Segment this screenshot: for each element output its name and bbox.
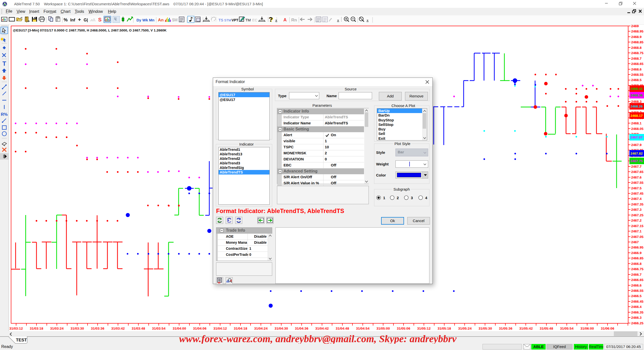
svg-text:31/04:12: 31/04:12 — [213, 327, 227, 330]
svg-text:31/05:54: 31/05:54 — [560, 327, 574, 330]
svg-text:2468.1: 2468.1 — [631, 121, 642, 125]
svg-text:31/05:36: 31/05:36 — [499, 327, 512, 330]
svg-text:31/03:12: 31/03:12 — [9, 327, 23, 330]
svg-text:$M: $M — [172, 18, 178, 22]
svg-text:TEST: TEST — [16, 338, 27, 342]
svg-text:31/03:48: 31/03:48 — [132, 327, 145, 330]
svg-text:2468.85: 2468.85 — [631, 40, 643, 44]
svg-text:2467: 2467 — [631, 240, 639, 244]
svg-text:31/05:06: 31/05:06 — [397, 327, 410, 330]
svg-text:2467.15: 2467.15 — [631, 224, 643, 228]
svg-text:EC: EC — [252, 18, 258, 22]
svg-text:31/04:00: 31/04:00 — [173, 327, 186, 330]
svg-text:31/03:18: 31/03:18 — [30, 327, 43, 330]
svg-text:An: An — [158, 18, 164, 22]
svg-text:S: S — [98, 17, 101, 22]
svg-text:2468.3: 2468.3 — [631, 100, 642, 103]
svg-text:Inf: Inf — [70, 18, 75, 22]
svg-text:2468.95: 2468.95 — [631, 29, 643, 33]
svg-text:STM: STM — [224, 18, 231, 22]
svg-text:2467.25: 2467.25 — [631, 213, 643, 217]
svg-text:2466.45: 2466.45 — [631, 300, 643, 303]
svg-text:2467.9: 2467.9 — [631, 143, 641, 147]
svg-text:2466.6: 2466.6 — [631, 284, 642, 287]
svg-text:2468.36: 2468.36 — [630, 93, 643, 97]
svg-text:2468.8: 2468.8 — [631, 46, 642, 50]
svg-text:Rn: Rn — [291, 18, 297, 22]
svg-text:31/06:00: 31/06:00 — [580, 327, 594, 330]
svg-text:2468.9: 2468.9 — [631, 35, 641, 39]
svg-text:2468.17: 2468.17 — [630, 114, 643, 118]
svg-text:2466.35: 2466.35 — [631, 310, 643, 314]
svg-text:T: T — [3, 60, 6, 67]
svg-text:2467.65: 2467.65 — [631, 170, 643, 174]
svg-text:TS: TS — [218, 18, 223, 22]
svg-text:31/05:12: 31/05:12 — [417, 327, 430, 330]
svg-text:2466.25: 2466.25 — [631, 321, 643, 325]
svg-text:31/03:36: 31/03:36 — [91, 327, 104, 330]
svg-text:31/05:48: 31/05:48 — [540, 327, 553, 330]
svg-text:2467.55: 2467.55 — [631, 181, 643, 185]
svg-text:2468.65: 2468.65 — [631, 62, 643, 66]
svg-text:+: + — [78, 17, 81, 22]
svg-text:31/03:42: 31/03:42 — [111, 327, 125, 330]
svg-text:2466.75: 2466.75 — [631, 267, 643, 271]
svg-text:2467.75: 2467.75 — [630, 159, 643, 163]
svg-text:Mn: Mn — [149, 18, 154, 22]
svg-text:2468.5: 2468.5 — [631, 78, 642, 82]
svg-text:2468.42: 2468.42 — [630, 87, 643, 91]
svg-text:31/04:06: 31/04:06 — [193, 327, 207, 330]
svg-text:31/03:30: 31/03:30 — [70, 327, 84, 330]
svg-text:2467.97: 2467.97 — [630, 135, 643, 139]
svg-text:31/04:48: 31/04:48 — [336, 327, 349, 330]
svg-text:Dy: Dy — [136, 18, 141, 22]
svg-text:2469: 2469 — [631, 25, 639, 28]
svg-text:31/04:36: 31/04:36 — [295, 327, 308, 330]
svg-text:2468.55: 2468.55 — [631, 73, 643, 77]
svg-text:2466.3: 2466.3 — [631, 316, 642, 320]
svg-text:@ESU17 [3-Min] 07/31/17 0.000: @ESU17 [3-Min] 07/31/17 0.0000 C 2467.75… — [13, 28, 167, 32]
svg-text:2467.2: 2467.2 — [631, 219, 641, 222]
svg-text:2466.7: 2466.7 — [631, 273, 641, 276]
svg-text:31/06:06: 31/06:06 — [601, 327, 614, 330]
svg-text:2467.05: 2467.05 — [631, 235, 643, 239]
svg-text:31/05:18: 31/05:18 — [437, 327, 451, 330]
svg-text:A: A — [284, 17, 287, 22]
svg-text:m: m — [218, 281, 220, 284]
svg-text:2468.05: 2468.05 — [631, 127, 643, 131]
svg-text:G|: G| — [84, 18, 88, 22]
svg-text:2466.8: 2466.8 — [631, 262, 642, 266]
svg-text:?: ? — [269, 16, 273, 23]
svg-text:2468.6: 2468.6 — [631, 67, 642, 71]
svg-text:31/05:00: 31/05:00 — [376, 327, 390, 330]
svg-text:2467.6: 2467.6 — [631, 176, 642, 179]
svg-text:2466.65: 2466.65 — [631, 278, 643, 282]
svg-text:31/05:24: 31/05:24 — [458, 327, 472, 330]
svg-text:31/03:54: 31/03:54 — [152, 327, 166, 330]
svg-text:2466.55: 2466.55 — [631, 289, 643, 293]
svg-text:TM: TM — [245, 18, 251, 22]
svg-text:2467.3: 2467.3 — [631, 208, 642, 212]
svg-text:VPT: VPT — [231, 18, 238, 22]
svg-text:2466.9: 2466.9 — [631, 251, 641, 255]
svg-text:2467.4: 2467.4 — [631, 197, 642, 201]
svg-text:31/05:42: 31/05:42 — [519, 327, 533, 330]
svg-text:2468.7: 2468.7 — [631, 57, 641, 60]
svg-text:31/04:42: 31/04:42 — [315, 327, 329, 330]
svg-text:2468.75: 2468.75 — [631, 51, 643, 55]
svg-text:2467.45: 2467.45 — [631, 192, 643, 195]
svg-text:2467.82: 2467.82 — [630, 152, 643, 155]
svg-text:31/03:24: 31/03:24 — [50, 327, 64, 330]
svg-text:2466.85: 2466.85 — [631, 256, 643, 260]
svg-text:31/05:30: 31/05:30 — [478, 327, 492, 330]
svg-text:31/04:54: 31/04:54 — [356, 327, 370, 330]
svg-text:%: % — [64, 17, 68, 22]
svg-text:31/04:30: 31/04:30 — [274, 327, 288, 330]
svg-text:2467.7: 2467.7 — [631, 165, 641, 168]
svg-text:2467.1: 2467.1 — [631, 229, 642, 233]
svg-text:Wk: Wk — [142, 18, 148, 22]
svg-text:2466.5: 2466.5 — [631, 294, 642, 298]
svg-text:2466.95: 2466.95 — [631, 246, 643, 249]
svg-text:31/04:24: 31/04:24 — [254, 327, 268, 330]
svg-text:2466.4: 2466.4 — [631, 305, 642, 309]
